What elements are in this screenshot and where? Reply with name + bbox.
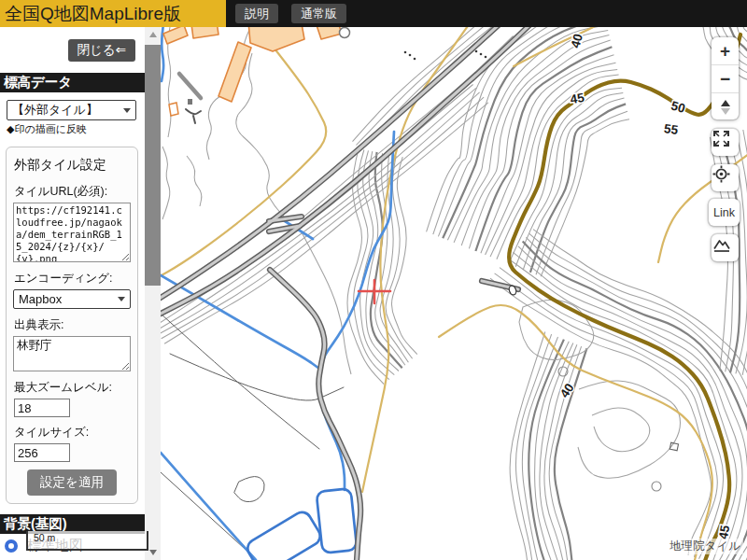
encoding-select-value: Mapbox	[19, 292, 62, 306]
elevation-note: ◆印の描画に反映	[7, 122, 87, 136]
zoom-in-button[interactable]: +	[712, 37, 739, 64]
map-scale-bar: 50 m	[26, 531, 148, 551]
map-svg: 404550554045	[161, 27, 747, 560]
geolocate-button[interactable]	[712, 164, 739, 191]
zoom-control-group: + −	[712, 37, 739, 119]
triangle-down-icon	[721, 108, 730, 115]
pitch-toggle-button[interactable]	[712, 93, 739, 120]
max-zoom-input[interactable]	[14, 399, 70, 417]
building-layer	[163, 27, 350, 123]
triangle-up-icon	[721, 100, 730, 106]
tile-size-label: タイルサイズ:	[14, 425, 131, 441]
terrain-button[interactable]	[712, 234, 739, 261]
chevron-down-icon	[123, 108, 131, 113]
apply-settings-button[interactable]: 設定を適用	[27, 469, 117, 496]
geolocate-icon	[712, 164, 731, 184]
chevron-down-icon	[118, 297, 125, 301]
map-symbols-layer	[404, 50, 679, 491]
tile-url-textarea[interactable]: https://cf192141.cloudfree.jp/nagaoka/de…	[13, 203, 131, 262]
elevation-source-select-value: 【外部タイル】	[12, 102, 98, 119]
contour-label: 55	[663, 121, 679, 137]
normal-version-button[interactable]: 通常版	[291, 4, 346, 23]
fullscreen-button[interactable]	[712, 129, 739, 156]
panel-title: 外部タイル設定	[14, 157, 131, 174]
max-zoom-label: 最大ズームレベル:	[14, 380, 131, 396]
fullscreen-icon	[712, 129, 731, 148]
sidebar-scrollbar[interactable]	[145, 27, 161, 560]
top-bar: 全国Q地図MapLibre版 説明 通常版	[0, 0, 747, 27]
zoom-out-button[interactable]: −	[712, 65, 739, 92]
tile-url-label: タイルURL(必須):	[14, 184, 131, 200]
scrollbar-thumb[interactable]	[145, 45, 161, 286]
index-contour-olive-layer	[509, 35, 740, 560]
link-button[interactable]: Link	[709, 199, 740, 226]
source-label: 出典表示:	[14, 317, 131, 333]
encoding-label: エンコーディング:	[14, 271, 131, 287]
contour-lines-layer	[161, 27, 747, 560]
close-sidebar-button[interactable]: 閉じる⇐	[68, 39, 135, 62]
contour-label: 50	[669, 98, 687, 116]
source-textarea[interactable]: 林野庁	[13, 336, 131, 371]
map-attribution[interactable]: 地理院タイル	[667, 539, 743, 554]
sidebar: 閉じる⇐ 標高データ 【外部タイル】 ◆印の描画に反映 外部タイル設定 タイルU…	[0, 27, 145, 560]
contour-label: 40	[568, 32, 585, 49]
app-title: 全国Q地図MapLibre版	[0, 0, 226, 27]
field-boundary-layer	[161, 314, 344, 557]
external-tile-settings-panel: 外部タイル設定 タイルURL(必須): https://cf192141.clo…	[6, 147, 138, 504]
contour-label: 40	[557, 381, 577, 400]
elevation-source-select[interactable]: 【外部タイル】	[7, 100, 136, 120]
mountain-icon	[712, 234, 732, 255]
scrollbar-up-button[interactable]	[145, 27, 161, 42]
contour-label: 45	[570, 91, 586, 106]
encoding-select[interactable]: Mapbox	[13, 289, 131, 309]
arrow-down-icon	[149, 550, 157, 555]
help-button[interactable]: 説明	[235, 4, 278, 23]
map-canvas[interactable]: 404550554045 + − Link 地理院タイル	[161, 27, 747, 560]
tile-size-input[interactable]	[14, 443, 70, 462]
arrow-up-icon	[149, 32, 157, 37]
radio-selected-icon[interactable]	[5, 539, 18, 553]
elevation-data-header: 標高データ	[0, 73, 145, 92]
